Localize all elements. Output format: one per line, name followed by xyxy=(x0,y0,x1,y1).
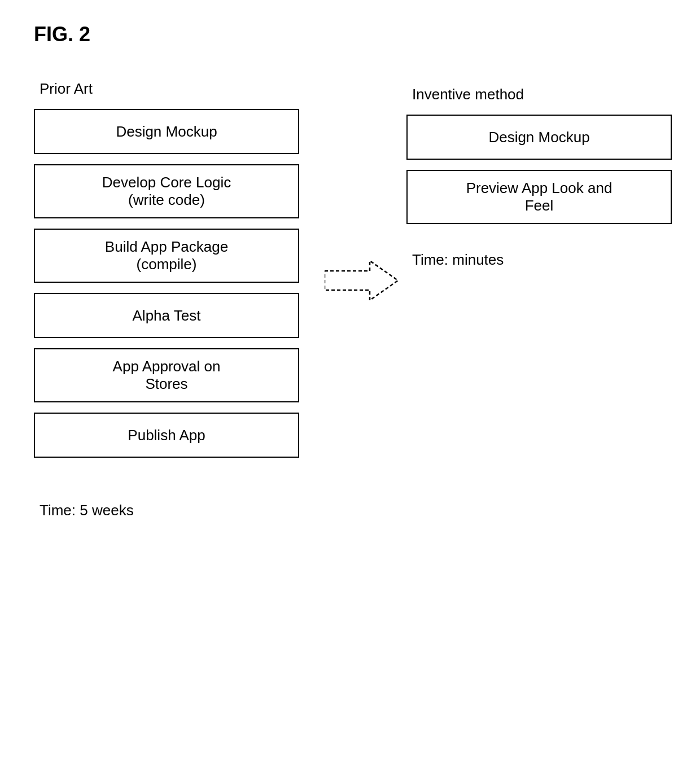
svg-marker-0 xyxy=(325,261,398,300)
inventive-method-column: Inventive method Design Mockup Preview A… xyxy=(406,80,677,269)
step-design-mockup-right: Design Mockup xyxy=(406,115,672,160)
step-app-approval: App Approval onStores xyxy=(34,348,299,402)
time-right-label: Time: minutes xyxy=(412,251,504,269)
step-publish-app: Publish App xyxy=(34,413,299,458)
step-design-mockup-left: Design Mockup xyxy=(34,109,299,154)
inventive-method-label: Inventive method xyxy=(412,86,524,103)
figure-title: FIG. 2 xyxy=(34,23,666,46)
step-develop-core-logic: Develop Core Logic(write code) xyxy=(34,164,299,218)
prior-art-column: Prior Art Design Mockup Develop Core Log… xyxy=(34,80,316,519)
step-alpha-test: Alpha Test xyxy=(34,293,299,338)
time-left-label: Time: 5 weeks xyxy=(40,502,134,519)
dashed-arrow-icon xyxy=(325,261,398,300)
arrow-column xyxy=(316,261,406,300)
step-preview-app: Preview App Look andFeel xyxy=(406,170,672,224)
prior-art-label: Prior Art xyxy=(40,80,93,98)
step-build-app-package: Build App Package(compile) xyxy=(34,229,299,283)
